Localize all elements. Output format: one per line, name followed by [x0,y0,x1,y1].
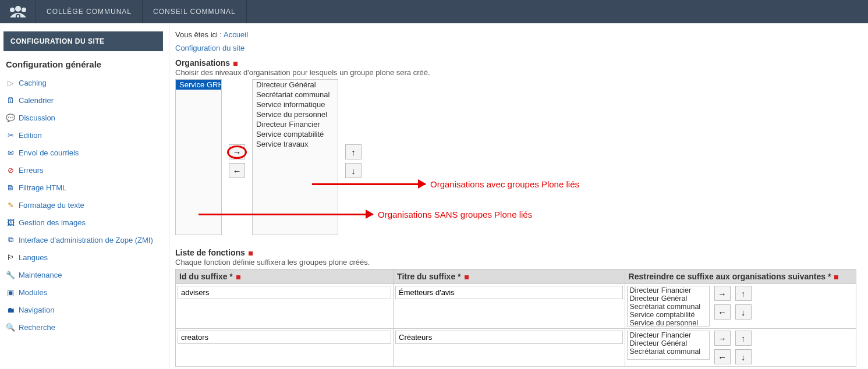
restrict-orgs-list[interactable]: Directeur Financier Directeur Général Se… [627,331,710,360]
sidebar-item-discussion[interactable]: 💬Discussion [3,109,163,126]
sidebar-item-label: Gestion des images [19,218,86,227]
list-item[interactable]: Directeur Général [628,295,709,303]
external-link-icon: ⧉ [6,235,15,244]
move-right-button[interactable]: → [714,331,731,346]
breadcrumb: Vous êtes ici : Accueil [175,30,856,39]
flag-icon: 🏳 [6,253,15,262]
suffix-id-input[interactable] [178,286,391,299]
annotation-text: Organisations avec groupes Plone liés [430,179,579,189]
wrench-icon: 🔧 [6,270,15,279]
restrict-orgs-list[interactable]: Directeur Financier Directeur Général Se… [627,286,710,327]
tab-college-communal[interactable]: COLLÈGE COMMUNAL [36,0,143,23]
move-right-button[interactable]: → [229,144,245,159]
sidebar-item-erreurs[interactable]: ⊘Erreurs [3,161,163,179]
mail-icon: ✉ [6,148,15,157]
required-dot-icon [233,62,238,66]
users-group-icon [8,3,29,20]
functions-help: Chaque fonction définie suffixera les gr… [175,258,856,267]
move-left-button[interactable]: ← [229,163,245,178]
sidebar-item-label: Erreurs [19,166,44,175]
sidebar-item-recherche[interactable]: 🔍Recherche [3,318,163,336]
list-item[interactable]: Directeur Financier [253,119,338,129]
sidebar-item-langues[interactable]: 🏳Langues [3,249,163,266]
sidebar: CONFIGURATION DU SITE Configuration géné… [0,23,169,369]
sidebar-item-gestion-images[interactable]: 🖼Gestion des images [3,214,163,231]
organisations-field: Organisations Choisir des niveaux d'orga… [175,58,856,235]
sidebar-item-modules[interactable]: ▣Modules [3,283,163,301]
sidebar-nav-list: ▷Caching 🗓Calendrier 💬Discussion ✂Editio… [3,74,163,336]
list-item[interactable]: Secrétariat communal [253,90,338,100]
list-item[interactable]: Service comptabilité [628,311,709,319]
functions-field: Liste de fonctions Chaque fonction défin… [175,248,856,367]
tab-conseil-communal[interactable]: CONSEIL COMMUNAL [143,0,247,23]
sidebar-item-filtrage-html[interactable]: 🗎Filtrage HTML [3,179,163,196]
move-left-button[interactable]: ← [714,349,731,364]
svg-point-2 [22,8,26,12]
move-down-button[interactable]: ↓ [735,304,752,320]
sidebar-item-label: Modules [19,288,47,297]
sidebar-item-calendrier[interactable]: 🗓Calendrier [3,91,163,109]
breadcrumb-prefix: Vous êtes ici : [175,30,224,39]
organisations-label: Organisations [175,58,230,68]
sidebar-item-label: Langues [19,253,48,262]
sidebar-item-label: Formatage du texte [19,201,84,210]
top-navbar: COLLÈGE COMMUNAL CONSEIL COMMUNAL [0,0,868,23]
list-item[interactable]: Secrétariat communal [628,347,709,356]
breadcrumb-home-link[interactable]: Accueil [224,30,248,39]
required-dot-icon [249,251,253,256]
suffix-title-input[interactable] [395,286,622,299]
sidebar-item-label: Edition [19,131,42,140]
speech-bubble-icon: 💬 [6,113,15,122]
list-item[interactable]: Directeur Financier [628,286,709,295]
sidebar-item-label: Calendrier [19,96,54,105]
config-site-link[interactable]: Configuration du site [175,44,245,52]
move-up-button[interactable]: ↑ [345,144,362,159]
calendar-icon: 🗓 [6,95,15,105]
sidebar-item-caching[interactable]: ▷Caching [3,74,163,91]
svg-rect-4 [17,17,18,19]
sidebar-item-label: Filtrage HTML [19,183,66,192]
move-left-button[interactable]: ← [714,304,731,320]
sidebar-item-edition[interactable]: ✂Edition [3,126,163,144]
move-up-button[interactable]: ↑ [735,331,752,346]
sidebar-item-label: Caching [19,79,47,87]
list-item[interactable]: Service du personnel [253,109,338,119]
main-content: Vous êtes ici : Accueil Configuration du… [169,23,868,369]
list-item[interactable]: Service travaux [253,139,338,149]
scissors-icon: ✂ [6,130,15,140]
col-title-header: Titre du suffixe * [394,269,625,284]
tree-icon: 🖿 [6,305,15,314]
list-item[interactable]: Directeur Général [253,80,338,90]
sidebar-item-navigation[interactable]: 🖿Navigation [3,301,163,318]
sidebar-item-zmi[interactable]: ⧉Interface d'administration de Zope (ZMI… [3,231,163,249]
forward-icon: ▷ [6,78,15,87]
move-right-button[interactable]: → [714,286,731,301]
list-item[interactable]: Service du personnel [628,319,709,327]
sidebar-item-label: Discussion [19,113,55,122]
required-dot-icon [834,275,838,279]
list-item[interactable]: Service informatique [253,100,338,109]
move-down-button[interactable]: ↓ [735,349,752,364]
list-item[interactable]: Service comptabilité [253,129,338,139]
app-logo[interactable] [0,0,36,23]
sidebar-section-title: Configuration générale [6,59,163,69]
suffix-id-input[interactable] [178,331,391,344]
move-up-button[interactable]: ↑ [735,286,752,301]
required-dot-icon [465,275,469,279]
sidebar-item-maintenance[interactable]: 🔧Maintenance [3,266,163,283]
table-row: Directeur Financier Directeur Général Se… [176,284,856,329]
list-item[interactable]: Directeur Financier [628,331,709,339]
list-item[interactable]: Directeur Général [628,339,709,347]
image-icon: 🖼 [6,218,15,227]
col-id-header: Id du suffixe * [176,269,394,284]
sidebar-header: CONFIGURATION DU SITE [3,31,163,51]
sidebar-item-formatage-texte[interactable]: ✎Formatage du texte [3,196,163,214]
sidebar-item-envoi-courriels[interactable]: ✉Envoi de courriels [3,144,163,161]
sidebar-item-label: Maintenance [19,271,62,279]
move-down-button[interactable]: ↓ [345,163,362,178]
sidebar-item-label: Navigation [19,306,54,314]
table-row: Directeur Financier Directeur Général Se… [176,329,856,367]
list-item[interactable]: Service GRH [176,80,221,90]
suffix-title-input[interactable] [395,331,622,344]
list-item[interactable]: Secrétariat communal [628,303,709,311]
